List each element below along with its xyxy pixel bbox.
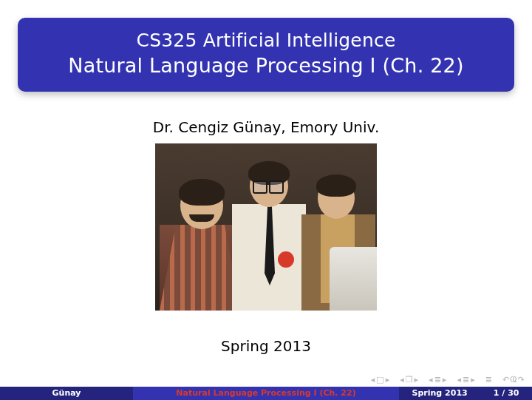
- foot-right: Spring 2013 1 / 30: [399, 387, 532, 400]
- course-title: CS325 Artificial Intelligence: [33, 30, 499, 51]
- foot-author: Günay: [0, 387, 133, 400]
- nav-frame-icon[interactable]: ◂□▸: [371, 375, 389, 384]
- title-image: [155, 143, 377, 311]
- lecture-title: Natural Language Processing I (Ch. 22): [33, 54, 499, 77]
- nav-back-icon[interactable]: ↶Ҩ↷: [502, 375, 525, 384]
- nav-subsubsection-icon[interactable]: ◂≣▸: [457, 375, 474, 384]
- nav-subsection-icon[interactable]: ◂≣▸: [429, 375, 446, 384]
- beamer-nav-symbols: ◂□▸ ◂❐▸ ◂≣▸ ◂≣▸ ≣ ↶Ҩ↷: [371, 373, 525, 385]
- nav-appendix-icon[interactable]: ≣: [485, 375, 492, 384]
- nav-section-icon[interactable]: ◂❐▸: [400, 375, 418, 384]
- foot-page: 1 / 30: [494, 387, 519, 400]
- foot-date: Spring 2013: [412, 387, 468, 400]
- title-block: CS325 Artificial Intelligence Natural La…: [18, 18, 514, 92]
- author-line: Dr. Cengiz Günay, Emory Univ.: [0, 118, 532, 136]
- date-line: Spring 2013: [0, 337, 532, 355]
- footline: Günay Natural Language Processing I (Ch.…: [0, 387, 532, 400]
- foot-title: Natural Language Processing I (Ch. 22): [133, 387, 399, 400]
